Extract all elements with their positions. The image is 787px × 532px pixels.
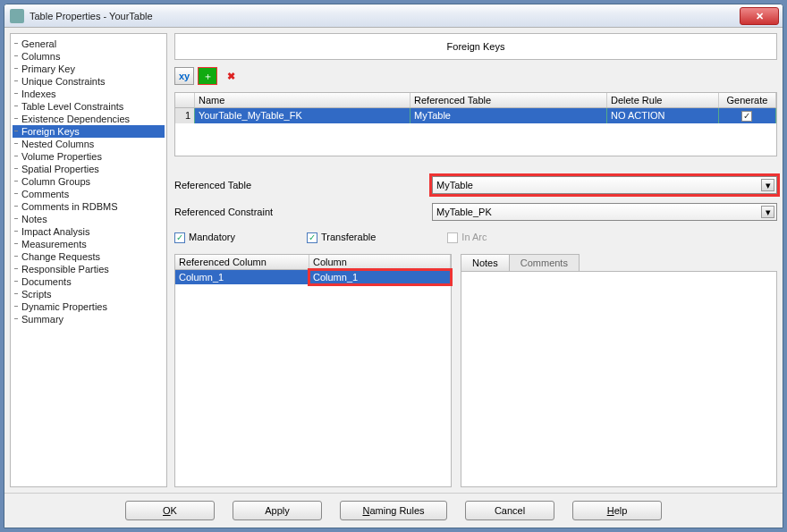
colgrid-header-col: Column [309, 255, 451, 269]
fk-grid[interactable]: Name Referenced Table Delete Rule Genera… [174, 92, 777, 156]
fk-header-idx [175, 93, 195, 107]
cancel-button[interactable]: Cancel [465, 501, 554, 520]
sidebar-item-spatial-properties[interactable]: Spatial Properties [13, 163, 165, 175]
sidebar-item-table-level-constraints[interactable]: Table Level Constraints [13, 100, 165, 113]
sidebar-item-primary-key[interactable]: Primary Key [13, 63, 165, 75]
fk-header-del: Delete Rule [607, 93, 719, 107]
in-arc-check: In Arc [447, 232, 487, 243]
help-button[interactable]: Help [572, 501, 662, 520]
sidebar-item-change-requests[interactable]: Change Requests [13, 250, 165, 263]
fk-header-ref: Referenced Table [410, 93, 607, 107]
chevron-down-icon[interactable]: ▾ [761, 179, 774, 191]
ref-constraint-label: Referenced Constraint [174, 207, 425, 217]
naming-rules-button[interactable]: Naming Rules [340, 501, 447, 520]
fk-row-gen[interactable]: ✓ [719, 108, 776, 123]
column-map-grid[interactable]: Referenced Column Column Column_1 Column… [174, 254, 452, 487]
notes-textarea[interactable] [461, 271, 777, 487]
fk-row-del: NO ACTION [607, 108, 719, 123]
mandatory-check[interactable]: ✓Mandatory [174, 232, 235, 243]
add-icon[interactable]: ＋ [198, 67, 217, 85]
sidebar-item-indexes[interactable]: Indexes [13, 88, 165, 100]
sidebar-item-unique-constraints[interactable]: Unique Constraints [13, 75, 165, 88]
sidebar-item-impact-analysis[interactable]: Impact Analysis [13, 225, 165, 238]
fk-row[interactable]: 1 YourTable_MyTable_FK MyTable NO ACTION… [175, 108, 776, 123]
sidebar-item-responsible-parties[interactable]: Responsible Parties [13, 263, 165, 275]
fk-row-ref: MyTable [410, 108, 607, 123]
toolbar: xy ＋ ✖ [174, 65, 777, 87]
sidebar-item-comments-in-rdbms[interactable]: Comments in RDBMS [13, 200, 165, 213]
sidebar-item-comments[interactable]: Comments [13, 188, 165, 200]
sidebar-nav[interactable]: GeneralColumnsPrimary KeyUnique Constrai… [10, 33, 167, 487]
sidebar-item-measurements[interactable]: Measurements [13, 238, 165, 250]
ok-button[interactable]: OK [125, 501, 215, 520]
sidebar-item-general[interactable]: General [13, 38, 165, 50]
colgrid-header-ref: Referenced Column [175, 255, 309, 269]
sidebar-item-dynamic-properties[interactable]: Dynamic Properties [13, 300, 165, 313]
apply-button[interactable]: Apply [233, 501, 322, 520]
sidebar-item-column-groups[interactable]: Column Groups [13, 175, 165, 188]
sidebar-item-columns[interactable]: Columns [13, 50, 165, 63]
ref-table-value: MyTable [436, 180, 473, 190]
colgrid-row[interactable]: Column_1 Column_1 [175, 270, 451, 284]
close-button[interactable]: ✕ [740, 7, 779, 25]
fk-row-name: YourTable_MyTable_FK [195, 108, 410, 123]
ref-constraint-value: MyTable_PK [436, 207, 492, 217]
delete-icon[interactable]: ✖ [221, 67, 241, 85]
xy-icon[interactable]: xy [174, 67, 194, 85]
window-title: Table Properties - YourTable [30, 11, 740, 21]
ref-table-label: Referenced Table [174, 180, 425, 190]
dialog-window: Table Properties - YourTable ✕ GeneralCo… [4, 4, 783, 528]
panel-title: Foreign Keys [174, 33, 777, 60]
colgrid-ref: Column_1 [175, 270, 309, 284]
titlebar: Table Properties - YourTable ✕ [4, 4, 783, 28]
ref-constraint-combo[interactable]: MyTable_PK ▾ [432, 203, 777, 221]
tab-comments[interactable]: Comments [509, 254, 580, 271]
sidebar-item-notes[interactable]: Notes [13, 213, 165, 225]
tab-notes[interactable]: Notes [461, 254, 510, 271]
sidebar-item-summary[interactable]: Summary [13, 313, 165, 325]
sidebar-item-documents[interactable]: Documents [13, 275, 165, 288]
fk-header-gen: Generate [719, 93, 776, 107]
sidebar-item-foreign-keys[interactable]: Foreign Keys [13, 125, 165, 138]
fk-row-idx: 1 [175, 108, 195, 123]
sidebar-item-scripts[interactable]: Scripts [13, 288, 165, 300]
sidebar-item-existence-dependencies[interactable]: Existence Dependencies [13, 113, 165, 125]
ref-table-combo[interactable]: MyTable ▾ [432, 176, 777, 194]
fk-header-name: Name [195, 93, 410, 107]
app-icon [10, 9, 24, 23]
sidebar-item-volume-properties[interactable]: Volume Properties [13, 150, 165, 163]
dialog-footer: OK Apply Naming Rules Cancel Help [4, 493, 783, 528]
sidebar-item-nested-columns[interactable]: Nested Columns [13, 138, 165, 150]
colgrid-col[interactable]: Column_1 [309, 270, 451, 284]
transferable-check[interactable]: ✓Transferable [307, 232, 376, 243]
chevron-down-icon[interactable]: ▾ [761, 206, 774, 218]
